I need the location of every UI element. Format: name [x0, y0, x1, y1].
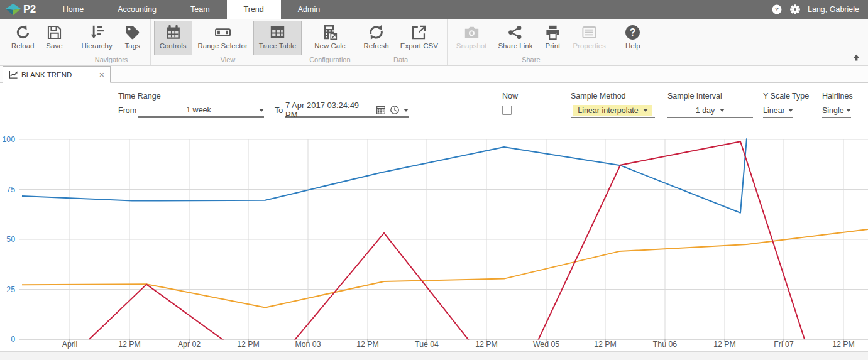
trace-table-button[interactable]: Trace Table	[253, 21, 302, 55]
trend-controls-bar: Time Range From 1 week To 7 Apr 2017 03:…	[0, 83, 868, 124]
ribbon-button-row: New Calc	[309, 21, 351, 55]
reload-icon	[14, 24, 31, 41]
export-csv-icon	[410, 24, 427, 41]
time-range-label: Time Range	[118, 92, 161, 101]
save-button[interactable]: Save	[40, 21, 69, 55]
to-datetime-field[interactable]: 7 Apr 2017 03:24:49 PM	[285, 104, 409, 118]
user-name[interactable]: Lang, Gabriele	[808, 5, 859, 14]
new-calc-button[interactable]: New Calc	[309, 21, 351, 55]
x-tick-label: 12 PM	[713, 340, 736, 349]
from-label: From	[118, 106, 136, 115]
ribbon-toolbar: ReloadSaveHierarchyTagsNavigatorsControl…	[0, 19, 868, 66]
sample-method-highlight: Linear interpolate	[573, 105, 652, 116]
tags-icon	[124, 24, 141, 41]
x-tick-label: Mon 03	[295, 340, 321, 349]
ribbon-group-navigators: HierarchyTagsNavigators	[72, 19, 150, 65]
tags-button[interactable]: Tags	[118, 21, 147, 55]
export-csv-button[interactable]: Export CSV	[395, 21, 444, 55]
p2-logo-mark	[5, 2, 21, 17]
ribbon-button-row: ?Help	[618, 21, 647, 55]
hierarchy-button[interactable]: Hierarchy	[75, 21, 118, 55]
trace-table-icon	[269, 24, 286, 41]
collapse-ribbon-icon[interactable]	[852, 53, 860, 62]
ribbon-button-row: HierarchyTags	[75, 21, 146, 55]
share-link-icon	[507, 24, 524, 41]
svg-text:?: ?	[630, 27, 636, 38]
controls-button[interactable]: Controls	[154, 21, 192, 55]
y-tick-label: 0	[11, 335, 15, 344]
help-button[interactable]: ?Help	[618, 21, 647, 55]
share-link-button[interactable]: Share Link	[492, 21, 538, 55]
close-icon[interactable]: ×	[99, 70, 104, 79]
properties-label: Properties	[573, 42, 605, 50]
y-tick-label: 100	[2, 135, 15, 144]
refresh-button[interactable]: Refresh	[358, 21, 394, 55]
nav-item-accounting[interactable]: Accounting	[101, 0, 173, 19]
save-label: Save	[46, 42, 62, 50]
x-tick-label: 12 PM	[237, 340, 260, 349]
hierarchy-label: Hierarchy	[81, 42, 112, 50]
x-tick-label: Tue 04	[415, 340, 439, 349]
ribbon-group-label: Data	[358, 55, 443, 65]
orange-trace[interactable]	[22, 229, 868, 307]
tab-blank-trend[interactable]: BLANK TREND ×	[3, 66, 111, 83]
ribbon-button-row: RefreshExport CSV	[358, 21, 443, 55]
gear-icon[interactable]	[789, 4, 801, 15]
nav-item-team[interactable]: Team	[173, 0, 227, 19]
hairlines-value: Single	[822, 106, 844, 115]
ribbon-group-data: RefreshExport CSVData	[354, 19, 447, 65]
x-tick-label: 12 PM	[475, 340, 498, 349]
trend-tab-icon	[9, 70, 18, 79]
nav-item-admin[interactable]: Admin	[281, 0, 337, 19]
x-tick-label: April	[62, 340, 78, 349]
sample-interval-select[interactable]: 1 day	[667, 104, 753, 118]
x-tick-label: 12 PM	[832, 340, 855, 349]
hairlines-select[interactable]: Single	[822, 104, 851, 118]
new-calc-label: New Calc	[314, 42, 345, 50]
svg-text:?: ?	[775, 6, 779, 13]
calendar-icon[interactable]	[376, 105, 386, 115]
range-selector-button[interactable]: Range Selector	[192, 21, 253, 55]
now-checkbox[interactable]	[502, 106, 512, 115]
range-selector-icon	[214, 24, 231, 41]
ribbon-group-misc: ReloadSave	[3, 19, 72, 65]
y-scale-type-select[interactable]: Linear	[763, 104, 793, 118]
y-scale-type-value: Linear	[763, 106, 785, 115]
snapshot-label: Snapshot	[456, 42, 487, 50]
tags-label: Tags	[125, 42, 140, 50]
x-tick-label: 12 PM	[356, 340, 379, 349]
reload-label: Reload	[11, 42, 34, 50]
x-tick-label: Apr 02	[178, 340, 201, 349]
reload-button[interactable]: Reload	[6, 21, 40, 55]
ribbon-group-configuration: New CalcConfiguration	[305, 19, 354, 65]
to-label: To	[275, 106, 283, 115]
help-icon: ?	[624, 24, 641, 41]
clock-icon[interactable]	[390, 105, 400, 115]
x-tick-label: Wed 05	[533, 340, 559, 349]
tab-title: BLANK TREND	[21, 71, 96, 79]
y-tick-label: 25	[6, 285, 15, 294]
nav-item-trend[interactable]: Trend	[227, 0, 281, 19]
from-select[interactable]: 1 week	[138, 104, 264, 118]
hierarchy-icon	[89, 24, 106, 41]
red-trace[interactable]	[89, 141, 805, 351]
help-label: Help	[625, 42, 640, 50]
main-nav: Home Accounting Team Trend Admin	[46, 0, 337, 19]
nav-item-home[interactable]: Home	[46, 0, 101, 19]
blue-trace[interactable]	[22, 138, 747, 212]
help-circle-icon[interactable]: ?	[771, 4, 783, 15]
top-navigation-bar: P2 Home Accounting Team Trend Admin ? La…	[0, 0, 868, 19]
chevron-down-icon	[643, 109, 648, 112]
ribbon-group-label: Navigators	[75, 55, 146, 65]
print-label: Print	[546, 42, 561, 50]
print-button[interactable]: Print	[538, 21, 567, 55]
sample-method-select[interactable]: Linear interpolate	[571, 104, 655, 118]
chevron-down-icon[interactable]	[404, 109, 409, 112]
controls-label: Controls	[160, 42, 187, 50]
sample-interval-value: 1 day	[696, 106, 715, 115]
trend-chart-area: April12 PMApr 0212 PMMon 0312 PMTue 0412…	[0, 124, 868, 351]
trend-chart[interactable]: April12 PMApr 0212 PMMon 0312 PMTue 0412…	[0, 124, 868, 351]
y-scale-type-label: Y Scale Type	[763, 92, 809, 101]
ribbon-button-row: SnapshotShare LinkPrintProperties	[451, 21, 612, 55]
new-calc-icon	[321, 24, 338, 41]
